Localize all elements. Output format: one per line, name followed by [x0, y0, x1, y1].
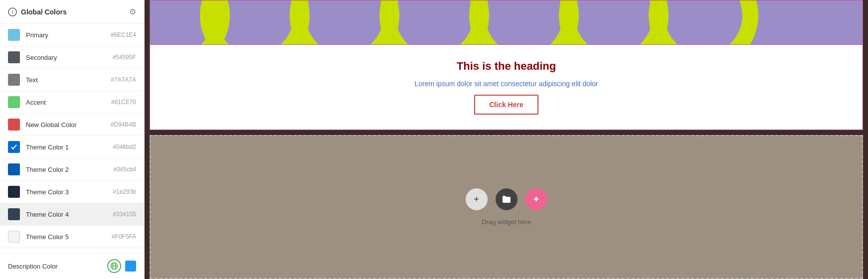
content-heading: This is the heading — [457, 60, 556, 73]
description-color-label: Description Color — [8, 263, 103, 270]
add-widget-button[interactable]: + — [466, 188, 488, 210]
main-canvas: This is the heading Lorem ipsum dolor si… — [145, 0, 868, 279]
color-hex-9: #F0F5FA — [112, 233, 136, 240]
color-hex-2: #7A7A7A — [111, 76, 136, 83]
gear-button[interactable]: ⚙ — [129, 7, 136, 16]
color-item-text[interactable]: Text#7A7A7A — [0, 69, 144, 91]
color-swatch-0 — [8, 29, 20, 41]
color-name-6: Theme Color 2 — [26, 166, 113, 173]
globe-button[interactable] — [107, 259, 121, 273]
color-item-accent[interactable]: Accent#61CE70 — [0, 91, 144, 114]
color-item-theme-color-1[interactable]: Theme Color 1#046bd2 — [0, 136, 144, 158]
color-item-secondary[interactable]: Secondary#54595F — [0, 46, 144, 69]
content-subtext: Lorem ipsum dolor sit amet consectetur a… — [414, 80, 598, 88]
color-name-8: Theme Color 4 — [26, 211, 113, 218]
blue-color-swatch[interactable] — [125, 261, 136, 272]
color-hex-4: #D94B4B — [111, 121, 136, 128]
canvas-drop-zone[interactable]: + ✦ Drag widget here — [150, 135, 863, 279]
panel-header-left: i Global Colors — [8, 7, 67, 16]
color-swatch-4 — [8, 119, 20, 131]
color-hex-3: #61CE70 — [111, 99, 136, 106]
color-item-theme-color-4[interactable]: Theme Color 4#334155 — [0, 203, 144, 226]
color-item-theme-color-2[interactable]: Theme Color 2#045cb4 — [0, 158, 144, 181]
color-item-new-global-color[interactable]: New Global Color#D94B4B — [0, 114, 144, 136]
magic-icon: ✦ — [532, 194, 540, 205]
color-item-theme-color-3[interactable]: Theme Color 3#1e293b — [0, 181, 144, 203]
arc-shape-far-right4 — [649, 0, 758, 45]
folder-button[interactable] — [496, 188, 518, 210]
panel-header: i Global Colors ⚙ — [0, 0, 144, 24]
color-name-1: Secondary — [26, 54, 113, 61]
color-name-5: Theme Color 1 — [26, 143, 113, 151]
canvas-banner — [150, 0, 863, 45]
color-swatch-9 — [8, 231, 20, 243]
color-name-2: Text — [26, 76, 111, 84]
color-swatch-5 — [8, 141, 20, 153]
description-color-row: Description Color — [0, 253, 144, 279]
color-swatch-2 — [8, 74, 20, 86]
color-swatch-6 — [8, 163, 20, 175]
color-name-3: Accent — [26, 99, 111, 106]
color-name-9: Theme Color 5 — [26, 233, 112, 241]
color-swatch-3 — [8, 96, 20, 108]
color-item-primary[interactable]: Primary#6EC1E4 — [0, 24, 144, 46]
plus-icon: + — [474, 194, 479, 205]
color-swatch-8 — [8, 208, 20, 220]
svg-text:i: i — [12, 9, 13, 15]
color-item-theme-color-5[interactable]: Theme Color 5#F0F5FA — [0, 226, 144, 248]
drop-text: Drag widget here — [482, 218, 531, 226]
color-name-4: New Global Color — [26, 121, 111, 129]
canvas-content-section: This is the heading Lorem ipsum dolor si… — [150, 45, 863, 130]
color-name-0: Primary — [26, 31, 111, 39]
color-hex-1: #54595F — [113, 54, 136, 61]
color-hex-5: #046bd2 — [113, 143, 136, 150]
click-here-button[interactable]: Click Here — [474, 95, 538, 115]
magic-button[interactable]: ✦ — [525, 188, 547, 210]
drop-actions: + ✦ — [466, 188, 547, 210]
color-list: Primary#6EC1E4Secondary#54595FText#7A7A7… — [0, 24, 144, 253]
color-swatch-7 — [8, 186, 20, 198]
color-hex-0: #6EC1E4 — [111, 31, 136, 38]
color-hex-7: #1e293b — [113, 188, 136, 195]
left-panel: i Global Colors ⚙ Primary#6EC1E4Secondar… — [0, 0, 145, 279]
color-swatch-1 — [8, 51, 20, 63]
info-icon: i — [8, 7, 17, 16]
panel-title: Global Colors — [21, 8, 67, 16]
color-hex-8: #334155 — [113, 211, 136, 218]
color-name-7: Theme Color 3 — [26, 188, 113, 196]
color-hex-6: #045cb4 — [113, 166, 136, 173]
